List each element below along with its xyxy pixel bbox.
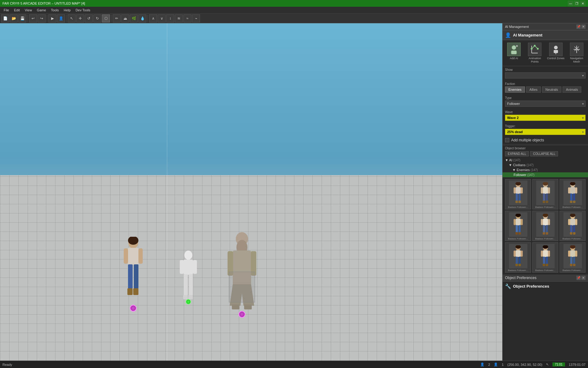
obj-pref-icon: 🔧 [505,283,511,289]
obj-pref-pin-button[interactable]: 📌 [576,276,581,280]
svg-rect-93 [575,219,577,225]
close-button[interactable]: ✕ [580,1,586,6]
redo-button[interactable]: ↪ [38,14,46,22]
faction-enemies-button[interactable]: Enemies [505,86,525,93]
animation-points-tool[interactable]: Animation Points [526,43,544,63]
snap1-button[interactable]: ∧ [149,14,157,22]
water-button[interactable]: 💧 [138,14,146,22]
menu-help[interactable]: Help [61,8,73,13]
snap3-button[interactable]: ↕ [166,14,174,22]
titlebar-controls: — ❐ ✕ [568,1,586,6]
tree-view: ▼ AI (147) ▼ Civilians (147) ▼ Enemies (… [503,158,588,177]
new-button[interactable]: 📄 [1,14,9,22]
svg-rect-92 [568,219,570,225]
ai-panel-pin-button[interactable]: 📌 [576,25,581,29]
undo-button[interactable]: ↩ [29,14,37,22]
add-ai-label: Add AI [510,57,518,60]
svg-rect-101 [514,251,516,257]
char-thumb-label-5: Badass Follower... [535,237,555,240]
add-multiple-checkbox[interactable] [505,138,509,142]
select-button[interactable]: ↖ [68,14,76,22]
wave-select[interactable]: Wave 2 [505,115,586,121]
tool-last[interactable]: ⌁ [192,14,200,22]
svg-point-25 [512,45,516,50]
minimize-button[interactable]: — [568,1,573,6]
snap2-button[interactable]: ∨ [158,14,166,22]
play-button[interactable]: ▶ [48,14,56,22]
char-thumb-7[interactable]: Badass Follower... [505,242,531,273]
char-thumb-2[interactable]: Badass Follower... [532,179,558,209]
svg-rect-87 [543,232,545,235]
move-button[interactable]: ✛ [76,14,84,22]
svg-rect-7 [127,288,133,295]
obj-pref-close-button[interactable]: ✕ [581,276,586,280]
menu-game[interactable]: Game [34,8,48,13]
trigger-select[interactable]: 25% dead [505,129,586,135]
char-thumb-label-2: Badass Follower... [535,206,555,209]
add-ai-tool[interactable]: Add AI [505,43,523,63]
animation-points-label: Animation Points [526,57,544,63]
control-zones-tool[interactable]: Control Zones [547,43,565,63]
svg-rect-95 [573,225,575,233]
rotate-button[interactable]: ↺ [85,14,93,22]
char-thumb-img-4 [509,212,527,237]
ai-panel-icon: 👤 [505,32,511,38]
tree-civilians-label: Civilians [513,163,526,167]
collapse-all-button[interactable]: COLLAPSE ALL [530,151,558,156]
tree-civilians-item[interactable]: ▼ Civilians (147) [505,163,586,167]
menu-devtools[interactable]: Dev Tools [73,8,93,13]
tree-enemies-item[interactable]: ▼ Enemies (147) [505,167,586,172]
wave1-button[interactable]: ≋ [175,14,183,22]
svg-rect-23 [232,305,239,309]
svg-rect-6 [134,264,138,289]
ai-panel-close-button[interactable]: ✕ [581,25,586,29]
tree-follower-item[interactable]: Follower (147) [503,172,588,177]
wave2-button[interactable]: ≈ [183,14,191,22]
expand-all-button[interactable]: EXPAND ALL [505,151,529,156]
svg-rect-120 [575,251,577,257]
character-1 [119,237,147,312]
faction-neutrals-button[interactable]: Neutrals [542,86,561,93]
char-thumb-4[interactable]: Badass Follower... [505,211,531,241]
tree-ai-item[interactable]: ▼ AI (147) [505,158,586,163]
char-thumb-8[interactable]: Badass Follower... [532,242,558,273]
paint-button[interactable]: ✏ [113,14,121,22]
svg-point-36 [554,46,558,49]
char-thumb-1[interactable]: Badass Follower... [505,179,531,209]
show-section: Show [503,66,588,80]
char-thumb-9[interactable]: Badass Follower... [560,242,586,273]
char-thumb-5[interactable]: Badass Follower... [532,211,558,241]
foliage-button[interactable]: 🌿 [130,14,138,22]
svg-rect-97 [573,232,575,235]
type-section: Type Follower [503,94,588,109]
separator-4 [111,15,111,22]
faction-animals-button[interactable]: Animals [563,86,581,93]
tree-ai-label: AI [509,158,512,162]
show-select[interactable] [505,72,586,79]
navigation-mesh-tool[interactable]: Navigation Mesh [568,43,586,63]
svg-rect-4 [138,248,143,264]
svg-rect-74 [514,219,516,225]
open-button[interactable]: 📂 [10,14,18,22]
maximize-button[interactable]: ❐ [574,1,579,6]
scale-button[interactable]: ↻ [93,14,101,22]
menu-file[interactable]: File [1,8,12,13]
menu-view[interactable]: View [22,8,35,13]
menu-edit[interactable]: Edit [12,8,22,13]
terrain-button[interactable]: ⛰ [121,14,129,22]
char-thumb-6[interactable]: Badass Follower... [560,211,586,241]
save-button[interactable]: 💾 [18,14,26,22]
multi-tool-button[interactable]: ⬡ [102,14,110,22]
tree-enemies-label: Enemies [517,168,530,172]
svg-rect-77 [518,225,521,233]
menu-tools[interactable]: Tools [48,8,61,13]
char-thumb-3[interactable]: Badass Follower... [560,179,586,209]
viewport[interactable] [0,23,502,361]
type-select[interactable]: Follower [505,101,586,107]
svg-rect-75 [521,219,523,225]
svg-rect-78 [515,232,518,235]
svg-rect-76 [516,225,518,233]
svg-rect-118 [570,250,575,257]
ai-button[interactable]: 👤 [57,14,65,22]
faction-allies-button[interactable]: Allies [526,86,541,93]
